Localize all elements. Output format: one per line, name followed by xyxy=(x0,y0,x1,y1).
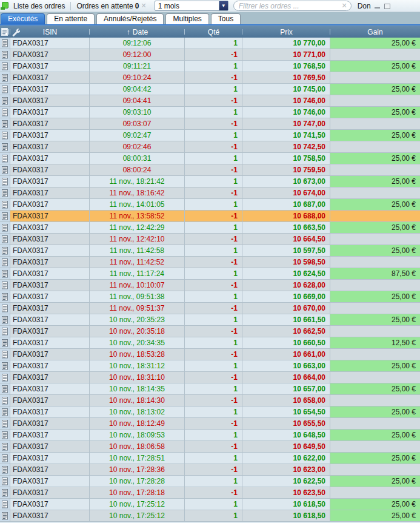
order-document-icon[interactable] xyxy=(2,120,8,128)
tab-en-attente[interactable]: En attente xyxy=(47,13,95,24)
order-document-icon[interactable] xyxy=(2,466,8,474)
order-row[interactable]: FDAX0317 11 nov., 10:10:07 -1 10 628,00 xyxy=(0,280,420,291)
wrench-icon[interactable] xyxy=(12,28,20,36)
order-document-icon[interactable] xyxy=(2,166,8,174)
order-document-icon[interactable] xyxy=(2,385,8,393)
order-row[interactable]: FDAX0317 10 nov., 18:13:02 1 10 654,50 2… xyxy=(0,407,420,418)
order-row[interactable]: FDAX0317 11 nov., 13:58:52 -1 10 688,00 xyxy=(0,211,420,222)
order-row[interactable]: FDAX0317 10 nov., 17:25:12 1 10 618,50 2… xyxy=(0,499,420,510)
order-document-icon[interactable] xyxy=(2,51,8,59)
order-row[interactable]: FDAX0317 10 nov., 18:06:58 -1 10 649,50 xyxy=(0,441,420,453)
order-row[interactable]: FDAX0317 09:04:42 1 10 745,00 25,00 € xyxy=(0,84,420,95)
order-document-icon[interactable] xyxy=(2,189,8,197)
order-document-icon[interactable] xyxy=(2,443,8,451)
order-document-icon[interactable] xyxy=(2,477,8,485)
order-document-icon[interactable] xyxy=(2,143,8,151)
filter-input[interactable] xyxy=(238,1,342,11)
order-document-icon[interactable] xyxy=(2,408,8,416)
order-document-icon[interactable] xyxy=(2,39,8,47)
chevron-down-icon[interactable]: ▼ xyxy=(219,1,228,10)
order-document-icon[interactable] xyxy=(2,270,8,278)
order-row[interactable]: FDAX0317 10 nov., 18:12:49 -1 10 655,50 xyxy=(0,418,420,430)
column-header-date[interactable]: ↑ Date xyxy=(90,26,185,38)
order-document-icon[interactable] xyxy=(2,489,8,497)
order-document-icon[interactable] xyxy=(2,351,8,359)
order-document-icon[interactable] xyxy=(2,132,8,140)
order-document-icon[interactable] xyxy=(2,374,8,382)
order-row[interactable]: FDAX0317 09:11:21 1 10 768,50 25,00 € xyxy=(0,61,420,72)
order-row[interactable]: FDAX0317 11 nov., 11:42:58 1 10 597,50 2… xyxy=(0,245,420,257)
order-document-icon[interactable] xyxy=(2,501,8,508)
order-document-icon[interactable] xyxy=(2,282,8,289)
order-row[interactable]: FDAX0317 11 nov., 12:42:29 1 10 663,50 2… xyxy=(0,222,420,234)
order-document-icon[interactable] xyxy=(2,201,8,209)
order-row[interactable]: FDAX0317 09:02:47 1 10 741,50 25,00 € xyxy=(0,130,420,141)
order-document-icon[interactable] xyxy=(2,74,8,82)
order-row[interactable]: FDAX0317 10 nov., 20:35:23 1 10 661,50 2… xyxy=(0,314,420,326)
order-row[interactable]: FDAX0317 11 nov., 12:42:10 -1 10 664,50 xyxy=(0,234,420,245)
order-row[interactable]: FDAX0317 11 nov., 09:51:37 -1 10 670,00 xyxy=(0,303,420,314)
order-row[interactable]: FDAX0317 09:04:41 -1 10 746,00 xyxy=(0,95,420,107)
tab-multiples[interactable]: Multiples xyxy=(165,13,208,24)
order-document-icon[interactable] xyxy=(2,178,8,186)
order-row[interactable]: FDAX0317 10 nov., 18:14:35 1 10 657,00 2… xyxy=(0,383,420,395)
order-document-icon[interactable] xyxy=(2,397,8,405)
tab-tous[interactable]: Tous xyxy=(211,13,241,24)
order-row[interactable]: FDAX0317 11 nov., 18:16:42 -1 10 674,00 xyxy=(0,187,420,199)
order-document-icon[interactable] xyxy=(2,109,8,116)
order-row[interactable]: FDAX0317 10 nov., 20:34:35 1 10 660,50 1… xyxy=(0,337,420,349)
order-document-icon[interactable] xyxy=(2,258,8,266)
close-icon[interactable]: ✕ xyxy=(141,2,146,9)
minimize-icon[interactable] xyxy=(375,3,381,9)
order-row[interactable]: FDAX0317 11 nov., 11:17:24 1 10 624,50 8… xyxy=(0,268,420,280)
order-row[interactable]: FDAX0317 11 nov., 11:42:52 -1 10 598,50 xyxy=(0,257,420,268)
pending-orders-button[interactable]: Ordres en attente 0 ✕ xyxy=(72,1,150,12)
order-document-icon[interactable] xyxy=(2,339,8,347)
tab-executes[interactable]: Exécutés xyxy=(1,13,45,24)
order-document-icon[interactable] xyxy=(2,155,8,163)
clear-filter-icon[interactable]: ✕ xyxy=(341,2,347,9)
order-row[interactable]: FDAX0317 10 nov., 17:28:36 -1 10 623,00 xyxy=(0,464,420,476)
order-row[interactable]: FDAX0317 09:03:07 -1 10 747,00 xyxy=(0,118,420,130)
order-row[interactable]: FDAX0317 10 nov., 18:14:30 -1 10 658,00 xyxy=(0,395,420,407)
order-row[interactable]: FDAX0317 10 nov., 17:25:12 1 10 618,50 2… xyxy=(0,510,420,522)
column-header-price[interactable]: Prix xyxy=(242,26,330,38)
order-document-icon[interactable] xyxy=(2,86,8,93)
order-row[interactable]: FDAX0317 10 nov., 18:31:12 1 10 663,00 2… xyxy=(0,360,420,372)
order-row[interactable]: FDAX0317 09:10:24 -1 10 769,50 xyxy=(0,72,420,84)
order-document-icon[interactable] xyxy=(2,316,8,324)
order-document-icon[interactable] xyxy=(2,431,8,439)
order-document-icon[interactable] xyxy=(2,293,8,301)
document-icon[interactable] xyxy=(1,28,9,36)
order-row[interactable]: FDAX0317 10 nov., 17:28:28 1 10 622,50 2… xyxy=(0,476,420,487)
column-header-isin[interactable]: ISIN xyxy=(10,26,90,38)
order-document-icon[interactable] xyxy=(2,235,8,243)
order-row[interactable]: FDAX0317 11 nov., 14:01:05 1 10 687,00 2… xyxy=(0,199,420,211)
order-list-button[interactable]: Liste des ordres xyxy=(9,1,69,12)
order-document-icon[interactable] xyxy=(2,212,8,220)
order-row[interactable]: FDAX0317 11 nov., 18:21:42 1 10 673,00 2… xyxy=(0,176,420,187)
restore-icon[interactable] xyxy=(384,3,390,9)
period-select[interactable]: 1 mois ▼ xyxy=(155,1,228,11)
order-document-icon[interactable] xyxy=(2,247,8,255)
order-row[interactable]: FDAX0317 10 nov., 18:09:53 1 10 648,50 2… xyxy=(0,430,420,441)
order-row[interactable]: FDAX0317 08:00:31 1 10 758,50 25,00 € xyxy=(0,153,420,164)
order-document-icon[interactable] xyxy=(2,512,8,520)
order-row[interactable]: FDAX0317 09:12:06 1 10 770,00 25,00 € xyxy=(0,38,420,49)
order-row[interactable]: FDAX0317 09:12:00 -1 10 771,00 xyxy=(0,49,420,61)
order-row[interactable]: FDAX0317 09:03:10 1 10 746,00 25,00 € xyxy=(0,107,420,118)
order-row[interactable]: FDAX0317 10 nov., 17:28:18 -1 10 623,50 xyxy=(0,487,420,499)
order-row[interactable]: FDAX0317 10 nov., 18:53:28 -1 10 661,00 xyxy=(0,349,420,360)
order-row[interactable]: FDAX0317 09:02:46 -1 10 742,50 xyxy=(0,141,420,153)
order-document-icon[interactable] xyxy=(2,62,8,70)
order-document-icon[interactable] xyxy=(2,224,8,232)
order-document-icon[interactable] xyxy=(2,97,8,105)
column-header-gain[interactable]: Gain xyxy=(330,26,420,38)
order-row[interactable]: FDAX0317 10 nov., 17:28:51 1 10 622,00 2… xyxy=(0,453,420,464)
order-row[interactable]: FDAX0317 08:00:24 -1 10 759,50 xyxy=(0,164,420,176)
tab-annules-rejetes[interactable]: Annulés/Rejetés xyxy=(96,13,164,24)
order-row[interactable]: FDAX0317 11 nov., 09:51:38 1 10 669,00 2… xyxy=(0,291,420,303)
order-document-icon[interactable] xyxy=(2,305,8,312)
order-row[interactable]: FDAX0317 10 nov., 18:31:10 -1 10 664,00 xyxy=(0,372,420,383)
order-document-icon[interactable] xyxy=(2,328,8,336)
